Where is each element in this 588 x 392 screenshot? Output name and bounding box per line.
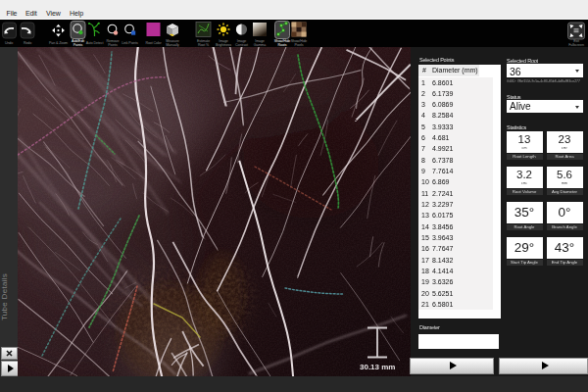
svg-text:30.13 mm: 30.13 mm (360, 363, 395, 371)
